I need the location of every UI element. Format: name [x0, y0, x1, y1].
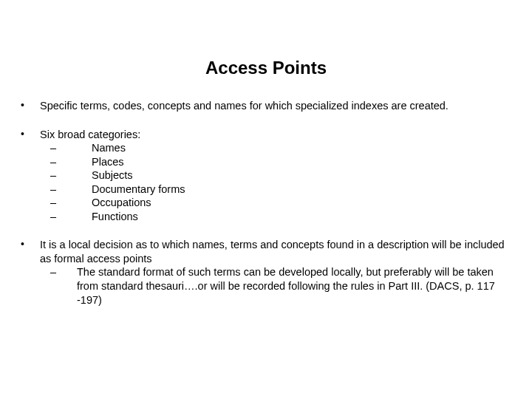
sub-bullet-text: The standard format of such terms can be…	[77, 266, 495, 305]
sub-bullet-text: Documentary forms	[77, 183, 185, 195]
slide-title: Access Points	[0, 0, 532, 99]
slide-content: Specific terms, codes, concepts and name…	[0, 99, 532, 307]
slide: Access Points Specific terms, codes, con…	[0, 0, 532, 399]
sub-bullet-item: Functions	[40, 210, 514, 224]
sub-bullet-item: Occupations	[40, 196, 514, 210]
bullet-text: Six broad categories:	[40, 129, 140, 140]
sub-bullet-item: Places	[40, 155, 514, 169]
bullet-item: Six broad categories: Names Places Subje…	[18, 128, 514, 224]
sub-bullet-item: Subjects	[40, 168, 514, 183]
bullet-list: Specific terms, codes, concepts and name…	[18, 99, 514, 307]
bullet-item: It is a local decision as to which names…	[18, 238, 514, 307]
sub-bullet-list: Names Places Subjects Documentary forms …	[40, 141, 514, 223]
bullet-item: Specific terms, codes, concepts and name…	[18, 99, 514, 113]
sub-bullet-item: Names	[40, 141, 514, 155]
sub-bullet-text: Occupations	[77, 197, 151, 208]
sub-bullet-list: The standard format of such terms can be…	[40, 265, 514, 307]
sub-bullet-text: Functions	[77, 211, 138, 222]
bullet-text: Specific terms, codes, concepts and name…	[40, 100, 449, 112]
sub-bullet-text: Places	[77, 156, 124, 168]
sub-bullet-text: Names	[77, 142, 126, 154]
bullet-text: It is a local decision as to which names…	[40, 239, 505, 265]
sub-bullet-item: Documentary forms	[40, 183, 514, 197]
sub-bullet-text: Subjects	[77, 169, 133, 181]
sub-bullet-item: The standard format of such terms can be…	[40, 265, 514, 307]
